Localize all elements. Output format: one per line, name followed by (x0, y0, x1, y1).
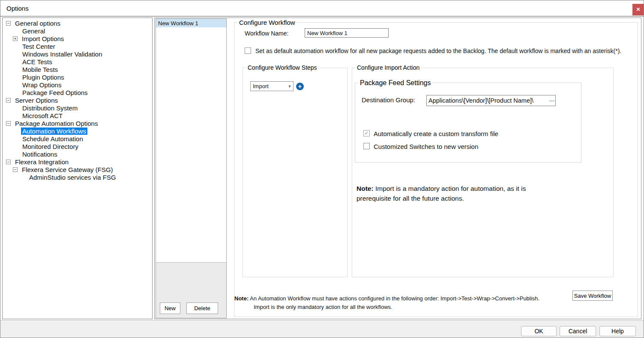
delete-workflow-button[interactable]: Delete (186, 302, 218, 314)
import-action-title: Configure Import Action (355, 64, 421, 71)
tree-item[interactable]: Notifications (3, 150, 152, 158)
tree-item[interactable]: Microsoft ACT (3, 112, 152, 119)
browse-icon[interactable]: ⋯ (548, 98, 555, 104)
tree-item-label[interactable]: ACE Tests (21, 58, 54, 65)
step-select[interactable]: Import ▼ (250, 81, 294, 91)
create-transform-checkbox[interactable]: ✓ (363, 130, 370, 136)
workflow-name-label: Workflow Name: (245, 30, 288, 37)
tree-item[interactable]: −General options (3, 19, 152, 27)
save-workflow-button[interactable]: Save Workflow (572, 291, 613, 301)
dialog-title: Options (6, 5, 29, 12)
close-icon[interactable]: ✕ (632, 4, 644, 15)
tree-item[interactable]: −Flexera Integration (3, 158, 152, 166)
expand-icon[interactable]: + (13, 36, 18, 41)
dialog-footer: OK Cancel Help (0, 320, 644, 338)
import-note-text: Import is a mandatory action for automat… (356, 185, 526, 202)
default-workflow-checkbox[interactable] (245, 47, 251, 54)
tree-item-label[interactable]: Mobile Tests (21, 66, 59, 73)
collapse-icon[interactable]: − (13, 167, 18, 172)
tree-item-label[interactable]: Test Center (21, 43, 57, 50)
tree-item[interactable]: Mobile Tests (3, 65, 152, 73)
configure-workflow-title: Configure Workflow (237, 19, 297, 26)
collapse-icon[interactable]: − (6, 160, 11, 164)
workflow-name-input[interactable]: New Workflow 1 (305, 28, 389, 38)
tree-item-label[interactable]: Windows Installer Validation (21, 50, 103, 58)
destination-group-label: Destination Group: (362, 96, 415, 104)
tree-item[interactable]: Automation Workflows (3, 127, 152, 135)
help-button[interactable]: Help (599, 326, 636, 336)
tree-item[interactable]: Plugin Options (3, 73, 152, 81)
tree-item[interactable]: Wrap Options (3, 81, 152, 89)
tree-item[interactable]: AdminStudio services via FSG (3, 173, 152, 181)
tree-item[interactable]: Monitored Directory (3, 142, 152, 150)
tree-item[interactable]: +Import Options (3, 35, 152, 42)
workflow-listbox[interactable]: New Workflow 1 (156, 19, 226, 263)
tree-item[interactable]: −Package Automation Options (3, 119, 152, 127)
tree-item[interactable]: Distribution System (3, 104, 152, 112)
destination-group-value: Applications\[Vendor]\[Product Name]\ (427, 97, 548, 104)
import-note: Note: Import is a mandatory action for a… (356, 184, 539, 203)
workflow-order-note-line1: An Automation Workflow must have actions… (249, 295, 539, 302)
tree-item[interactable]: Schedule Automation (3, 135, 152, 142)
collapse-icon[interactable]: − (6, 98, 11, 103)
tree-item-label[interactable]: Plugin Options (21, 74, 66, 81)
titlebar: Options ✕ (0, 0, 644, 17)
tree-item[interactable]: ACE Tests (3, 58, 152, 65)
chevron-down-icon: ▼ (286, 84, 293, 89)
workflow-order-note-bold: Note: (234, 295, 249, 302)
tree-item-label[interactable]: Package Automation Options (14, 120, 99, 127)
add-step-icon[interactable]: + (296, 83, 304, 90)
tree-item[interactable]: −Server Options (3, 96, 152, 104)
customized-switches-checkbox-label: Customized Switches to new version (374, 143, 478, 150)
tree-item-label[interactable]: Notifications (21, 151, 59, 158)
options-dialog: Options ✕ −General optionsGeneral+Import… (0, 0, 644, 338)
tree-item-label[interactable]: Microsoft ACT (21, 112, 64, 119)
tree-item[interactable]: Test Center (3, 42, 152, 50)
cancel-button[interactable]: Cancel (560, 326, 596, 336)
import-note-bold: Note: (356, 185, 374, 192)
options-tree: −General optionsGeneral+Import OptionsTe… (2, 18, 153, 319)
workflow-list-panel: New Workflow 1 (156, 18, 227, 318)
tree-item-label[interactable]: Package Feed Options (21, 89, 89, 96)
tree-item-label[interactable]: Distribution System (21, 104, 79, 112)
package-feed-title: Package Feed Settings (358, 79, 432, 87)
tree-item-label[interactable]: Import Options (21, 35, 65, 42)
destination-group-field[interactable]: Applications\[Vendor]\[Product Name]\ ⋯ (426, 95, 556, 106)
tree-item[interactable]: −Flexera Service Gateway (FSG) (3, 166, 152, 173)
collapse-icon[interactable]: − (6, 121, 11, 126)
tree-item[interactable]: General (3, 27, 152, 35)
customized-switches-checkbox[interactable] (363, 143, 370, 149)
step-select-value: Import (251, 83, 286, 89)
tree-item-label[interactable]: Automation Workflows (21, 127, 87, 135)
workflow-steps-group: Configure Workflow Steps (243, 68, 347, 277)
new-workflow-button[interactable]: New (160, 302, 180, 314)
ok-button[interactable]: OK (521, 326, 557, 336)
create-transform-checkbox-label: Automatically create a custom transform … (374, 130, 498, 137)
tree-item-label[interactable]: Wrap Options (21, 81, 63, 89)
tree-item[interactable]: Package Feed Options (3, 89, 152, 96)
workflow-list-item[interactable]: New Workflow 1 (156, 19, 226, 27)
tree-item-label[interactable]: Monitored Directory (21, 143, 80, 150)
tree-item[interactable]: Windows Installer Validation (3, 50, 152, 58)
tree-item-label[interactable]: Flexera Integration (14, 158, 70, 166)
workflow-order-note: Note: An Automation Workflow must have a… (234, 294, 560, 311)
default-workflow-checkbox-label: Set as default automation workflow for a… (255, 47, 621, 54)
tree-item-label[interactable]: General (21, 27, 46, 35)
workflow-order-note-line2: Import is the only mandatory action for … (234, 303, 560, 311)
collapse-icon[interactable]: − (6, 21, 11, 26)
tree-item-label[interactable]: Server Options (14, 97, 59, 104)
tree-item-label[interactable]: AdminStudio services via FSG (28, 174, 117, 181)
tree-item-label[interactable]: Schedule Automation (21, 135, 84, 142)
tree-item-label[interactable]: Flexera Service Gateway (FSG) (21, 166, 114, 173)
workflow-steps-title: Configure Workflow Steps (246, 64, 319, 71)
tree-item-label[interactable]: General options (14, 20, 62, 27)
